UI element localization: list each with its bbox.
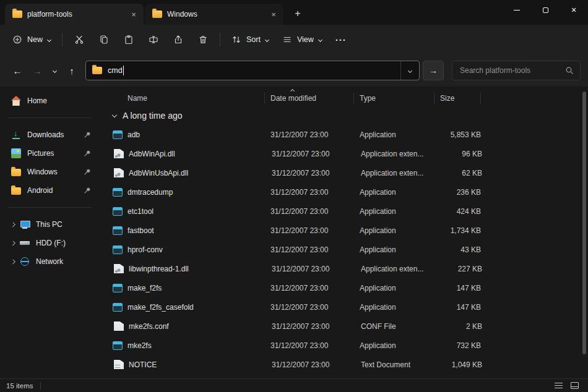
view-button[interactable]: View xyxy=(276,29,328,50)
address-dropdown-button[interactable] xyxy=(400,61,419,80)
column-header-type[interactable]: Type xyxy=(354,93,435,104)
file-type: Application xyxy=(354,130,435,139)
copy-button[interactable] xyxy=(92,29,116,50)
file-date-modified: 31/12/2007 23:00 xyxy=(265,207,354,216)
command-bar: New Sort View xyxy=(0,25,588,54)
file-name: libwinpthread-1.dll xyxy=(129,265,266,273)
cut-button[interactable] xyxy=(67,29,91,50)
file-row[interactable]: AdbWinUsbApi.dll 31/12/2007 23:00 Applic… xyxy=(113,163,588,182)
file-date-modified: 31/12/2007 23:00 xyxy=(265,284,354,292)
status-bar: 15 items xyxy=(0,378,588,392)
address-bar[interactable]: cmd xyxy=(85,61,420,80)
file-row[interactable]: NOTICE 31/12/2007 23:00 Text Document 1,… xyxy=(113,355,588,374)
file-date-modified: 31/12/2007 23:00 xyxy=(265,341,354,350)
more-options-button[interactable]: ··· xyxy=(329,29,353,50)
search-icon xyxy=(564,66,574,75)
sidebar-item[interactable]: Pictures xyxy=(2,144,97,163)
sidebar-item-icon xyxy=(11,169,21,176)
file-name: AdbWinUsbApi.dll xyxy=(129,169,266,177)
tab-label: platform-tools xyxy=(27,10,123,19)
new-tab-button[interactable]: + xyxy=(288,4,307,23)
file-row[interactable]: mke2fs 31/12/2007 23:00 Application 732 … xyxy=(113,336,588,355)
file-row[interactable]: mke2fs.conf 31/12/2007 23:00 CONF File 2… xyxy=(113,317,588,336)
new-button[interactable]: New xyxy=(6,29,57,50)
file-row[interactable]: libwinpthread-1.dll 31/12/2007 23:00 App… xyxy=(113,259,588,278)
recent-locations-button[interactable] xyxy=(47,61,62,80)
file-icon xyxy=(114,149,124,158)
details-view-button[interactable] xyxy=(551,380,566,391)
file-type: Application xyxy=(354,207,435,216)
sort-button[interactable]: Sort xyxy=(225,29,275,50)
tab-close-icon[interactable]: × xyxy=(267,8,280,20)
large-icons-view-button[interactable] xyxy=(567,380,582,391)
file-type: Application exten... xyxy=(355,150,436,158)
file-size: 227 KB xyxy=(436,265,482,273)
explorer-tab[interactable]: platform-tools × xyxy=(5,4,144,25)
rename-button[interactable] xyxy=(142,29,165,50)
file-row[interactable]: make_f2fs_casefold 31/12/2007 23:00 Appl… xyxy=(113,297,588,317)
close-button[interactable]: × xyxy=(560,0,588,20)
file-row[interactable]: AdbWinApi.dll 31/12/2007 23:00 Applicati… xyxy=(113,144,588,163)
back-button[interactable]: ← xyxy=(7,61,27,80)
file-row[interactable]: make_f2fs 31/12/2007 23:00 Application 1… xyxy=(113,278,588,297)
sidebar-item[interactable]: Windows xyxy=(2,163,97,181)
expand-chevron-icon[interactable] xyxy=(11,241,15,245)
text-caret xyxy=(123,66,124,75)
file-type: Application xyxy=(354,284,435,292)
sidebar-item[interactable]: Home xyxy=(2,92,97,110)
file-row[interactable]: dmtracedump 31/12/2007 23:00 Application… xyxy=(113,182,588,202)
tab-close-icon[interactable]: × xyxy=(128,8,140,20)
pin-icon xyxy=(83,186,92,195)
sidebar-item-label: Android xyxy=(27,186,80,195)
sidebar-item[interactable]: Android xyxy=(2,181,97,200)
file-date-modified: 31/12/2007 23:00 xyxy=(265,226,354,235)
copy-icon xyxy=(99,35,109,45)
file-row[interactable]: etc1tool 31/12/2007 23:00 Application 42… xyxy=(113,202,588,221)
maximize-button[interactable] xyxy=(531,0,560,20)
column-header-size[interactable]: Size xyxy=(435,93,481,104)
forward-button[interactable]: → xyxy=(27,61,47,80)
share-button[interactable] xyxy=(166,29,190,50)
file-row[interactable]: adb 31/12/2007 23:00 Application 5,853 K… xyxy=(113,125,588,144)
chevron-down-icon xyxy=(408,68,412,72)
toolbar-separator xyxy=(62,33,63,46)
items-count: 15 items xyxy=(6,382,33,390)
file-name: fastboot xyxy=(128,226,265,235)
sidebar-divider xyxy=(7,117,92,118)
window-controls: × xyxy=(503,0,588,20)
column-label: Date modified xyxy=(270,94,316,103)
minimize-icon xyxy=(514,10,520,11)
vertical-scrollbar[interactable] xyxy=(582,92,586,362)
minimize-button[interactable] xyxy=(503,0,531,20)
file-rows: adb 31/12/2007 23:00 Application 5,853 K… xyxy=(113,125,588,374)
sidebar-item[interactable]: This PC xyxy=(2,215,97,234)
file-name: mke2fs.conf xyxy=(129,322,266,331)
rename-icon xyxy=(149,35,158,45)
delete-button[interactable] xyxy=(191,29,215,50)
expand-chevron-icon[interactable] xyxy=(11,259,15,264)
file-row[interactable]: hprof-conv 31/12/2007 23:00 Application … xyxy=(113,240,588,259)
sidebar-item-label: Home xyxy=(27,96,92,105)
scrollbar-thumb[interactable] xyxy=(582,92,586,354)
sidebar-item[interactable]: Network xyxy=(2,252,97,271)
column-header-date-modified[interactable]: Date modified xyxy=(265,93,354,104)
cut-icon xyxy=(74,35,84,45)
file-size: 5,853 KB xyxy=(435,130,481,139)
paste-button[interactable] xyxy=(117,29,141,50)
explorer-tab[interactable]: Windows × xyxy=(145,4,283,25)
column-label: Size xyxy=(440,94,454,103)
chevron-down-icon xyxy=(52,68,56,72)
group-header[interactable]: A long time ago xyxy=(106,106,588,125)
pin-icon xyxy=(83,130,92,139)
expand-chevron-icon[interactable] xyxy=(11,222,15,227)
sidebar-item[interactable]: Downloads xyxy=(2,126,97,144)
column-label: Type xyxy=(360,94,376,103)
sidebar-item[interactable]: HDD (F:) xyxy=(2,234,97,252)
search-box[interactable] xyxy=(452,61,581,80)
search-input[interactable] xyxy=(460,66,564,75)
up-button[interactable]: ↑ xyxy=(62,61,82,80)
column-header-name[interactable]: Name xyxy=(113,93,265,104)
collapse-chevron-icon[interactable] xyxy=(112,113,117,117)
file-row[interactable]: fastboot 31/12/2007 23:00 Application 1,… xyxy=(113,221,588,240)
go-button[interactable]: → xyxy=(423,61,444,80)
